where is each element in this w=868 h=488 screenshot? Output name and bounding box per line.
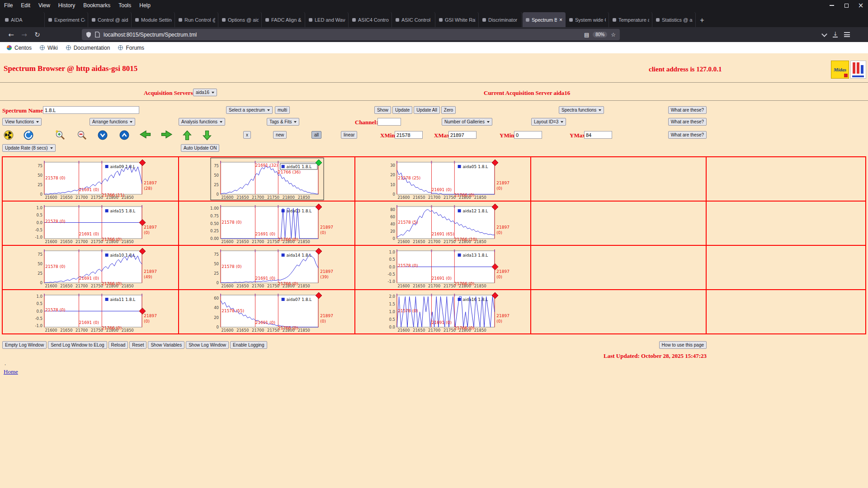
show-variables-button[interactable]: Show Variables (148, 341, 184, 349)
tab-run-control[interactable]: Run Control @ (175, 12, 218, 27)
menu-file[interactable]: File (0, 2, 17, 9)
spectra-functions-dropdown[interactable]: Spectra functions (559, 106, 604, 114)
tab-asic4-control[interactable]: ASIC4 Control (349, 12, 392, 27)
close-icon[interactable]: × (854, 0, 868, 11)
tab-statistics-ai[interactable]: Statistics @ ai (653, 12, 696, 27)
x-projection-button[interactable]: x (243, 131, 251, 139)
radiation-icon[interactable] (4, 130, 14, 142)
ymax-input[interactable] (584, 131, 612, 139)
acq-server-select[interactable]: aida16 (193, 89, 217, 96)
spectrum-chart-aida07[interactable]: 6040200216002165021700217502180021850aid… (179, 290, 355, 334)
downloads-icon[interactable]: ↓ (833, 32, 838, 38)
menu-history[interactable]: History (54, 2, 79, 9)
shield-icon[interactable] (86, 32, 91, 38)
down-arrow-icon[interactable] (203, 130, 212, 142)
spectrum-chart-aida16[interactable]: 2.01.51.00.50.02160021650217002175021800… (355, 290, 531, 334)
all-button[interactable]: all (311, 131, 321, 139)
tab-control-aida[interactable]: Control @ aida (89, 12, 132, 27)
new-window-button[interactable]: new (273, 131, 287, 139)
menu-tools[interactable]: Tools (114, 2, 135, 9)
refresh-icon[interactable] (24, 130, 33, 142)
next-arrow-icon[interactable] (161, 130, 173, 141)
xmax-input[interactable] (448, 131, 476, 139)
analysis-functions-dropdown[interactable]: Analysis functions (179, 118, 225, 126)
new-tab-button[interactable]: + (696, 14, 708, 27)
tab-module-setting[interactable]: Module Setting (132, 12, 175, 27)
minimize-icon[interactable] (825, 0, 839, 11)
spectrum-chart-aida15[interactable]: 1.00.50.0-0.5-1.021600216502170021750218… (3, 202, 179, 246)
tab-gsi-white-rab[interactable]: GSI White Rab (436, 12, 479, 27)
page-info-icon[interactable] (95, 32, 100, 38)
tab-experiment-co[interactable]: Experiment Co (45, 12, 88, 27)
menu-bookmarks[interactable]: Bookmarks (79, 2, 114, 9)
bookmark-documentation[interactable]: Documentation (62, 42, 114, 53)
zoom-in-icon[interactable] (55, 130, 66, 142)
tags-fits-dropdown[interactable]: Tags & Fits (267, 118, 299, 126)
reload-icon[interactable]: ↻ (31, 31, 44, 39)
spectrum-name-input[interactable] (43, 106, 139, 114)
tab-fadc-align[interactable]: FADC Align & (262, 12, 305, 27)
spectrum-chart-aida11[interactable]: 1.00.50.0-0.5-1.021600216502170021750218… (3, 290, 179, 334)
select-spectrum-dropdown[interactable]: Select a spectrum (226, 106, 273, 114)
spectrum-chart-aida12[interactable]: 806040200216002165021700217502180021850a… (355, 202, 531, 246)
multi-button[interactable]: multi (275, 106, 290, 114)
url-bar[interactable]: localhost:8015/Spectrum/Spectrum.tml ▤ 8… (82, 29, 620, 40)
spectrum-chart-aida01[interactable]: 7550250216002165021700217502180021850aid… (179, 157, 355, 202)
linear-scale-button[interactable]: linear (341, 131, 357, 139)
spectrum-chart-aida14[interactable]: 7550250216002165021700217502180021850aid… (179, 246, 355, 290)
tab-led-and-wave[interactable]: LED and Wave (306, 12, 349, 27)
arrange-functions-dropdown[interactable]: Arrange functions (90, 118, 135, 126)
bookmark-forums[interactable]: Forums (114, 42, 148, 53)
bookmark-centos[interactable]: Centos (3, 42, 36, 53)
home-link[interactable]: Home (4, 368, 18, 375)
what-are-these-button-3[interactable]: What are these? (668, 131, 707, 139)
bookmark-wiki[interactable]: Wiki (36, 42, 62, 53)
layout-id-dropdown[interactable]: Layout ID=3 (531, 118, 566, 126)
menu-edit[interactable]: Edit (17, 2, 34, 9)
empty-log-window-button[interactable]: Empty Log Window (2, 341, 47, 349)
forward-icon[interactable]: → (18, 31, 31, 39)
what-are-these-button-2[interactable]: What are these? (668, 118, 707, 126)
how-to-use-button[interactable]: How to use this page (659, 341, 707, 349)
enable-logging-button[interactable]: Enable Logging (230, 341, 267, 349)
scroll-top-icon[interactable] (119, 130, 129, 142)
xmin-input[interactable] (395, 131, 423, 139)
tab-aida[interactable]: AIDA (2, 12, 45, 27)
channel-input[interactable] (377, 118, 401, 126)
up-arrow-icon[interactable] (183, 130, 192, 142)
reset-button[interactable]: Reset (129, 341, 146, 349)
tab-spectrum-br[interactable]: Spectrum Br× (523, 12, 566, 27)
hamburger-menu-icon[interactable] (844, 32, 850, 37)
update-all-button[interactable]: Update All (414, 106, 440, 114)
spectrum-chart-aida05[interactable]: 3020100216002165021700217502180021850aid… (355, 157, 531, 202)
prev-arrow-icon[interactable] (139, 130, 151, 141)
pocket-icon[interactable] (821, 31, 827, 37)
spectrum-chart-aida10[interactable]: 7550250216002165021700217502180021850aid… (3, 246, 179, 290)
tab-options-aida[interactable]: Options @ aida (219, 12, 262, 27)
ymin-input[interactable] (514, 131, 542, 139)
reload-button[interactable]: Reload (108, 341, 128, 349)
reader-mode-icon[interactable]: ▤ (584, 32, 589, 38)
show-log-window-button[interactable]: Show Log Window (186, 341, 229, 349)
scroll-bottom-icon[interactable] (98, 130, 108, 142)
menu-help[interactable]: Help (135, 2, 155, 9)
tab-close-icon[interactable]: × (559, 17, 562, 23)
spectrum-chart-aida09[interactable]: 7550250216002165021700217502180021850aid… (3, 157, 179, 202)
send-log-window-to-elog-button[interactable]: Send Log Window to ELog (48, 341, 107, 349)
maximize-icon[interactable] (839, 0, 854, 11)
tab-discriminator[interactable]: Discriminator (479, 12, 522, 27)
zoom-out-icon[interactable] (77, 130, 88, 142)
spectrum-chart-aida13[interactable]: 1.00.50.0-0.5-1.021600216502170021750218… (355, 246, 531, 290)
menu-view[interactable]: View (34, 2, 54, 9)
spectrum-chart-aida03[interactable]: 1.000.750.500.250.0021600216502170021750… (179, 202, 355, 246)
update-rate-dropdown[interactable]: Update Rate (8 secs) (2, 144, 56, 152)
zoom-level-badge[interactable]: 80% (593, 32, 607, 38)
show-button[interactable]: Show (374, 106, 391, 114)
what-are-these-button-1[interactable]: What are these? (668, 106, 707, 114)
bookmark-star-icon[interactable]: ☆ (611, 32, 616, 38)
back-icon[interactable]: ← (5, 31, 18, 39)
num-galleries-dropdown[interactable]: Number of Galleries (442, 118, 492, 126)
tab-asic-control[interactable]: ASIC Control @ (392, 12, 435, 27)
view-functions-dropdown[interactable]: View functions (2, 118, 42, 126)
zero-button[interactable]: Zero (441, 106, 456, 114)
